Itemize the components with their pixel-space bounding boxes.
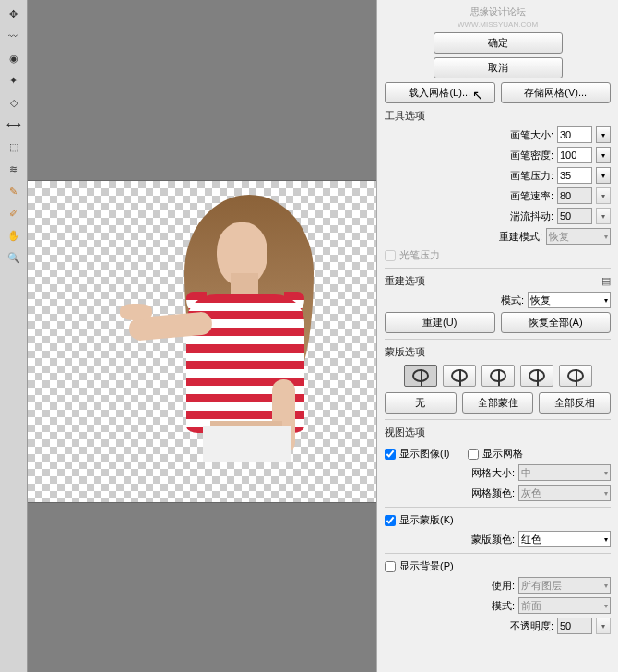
- view-title: 视图选项: [385, 426, 611, 439]
- brush-size-dropdown[interactable]: [596, 126, 611, 143]
- restore-all-button[interactable]: 恢复全部(A): [501, 312, 612, 333]
- mask-replace-icon[interactable]: [404, 365, 437, 387]
- canvas-area: [28, 0, 376, 672]
- tool-options-title: 工具选项: [385, 109, 611, 123]
- opacity-dropdown: [596, 618, 611, 634]
- reconstruct-mode2-label: 模式:: [470, 294, 524, 307]
- opacity-input: [557, 618, 592, 634]
- thaw-tool-icon[interactable]: ✐: [3, 203, 25, 223]
- stylus-pressure-label: 光笔压力: [399, 248, 440, 262]
- mask-all-button[interactable]: 全部蒙住: [462, 392, 534, 414]
- reconstruct-title: 重建选项: [385, 274, 425, 288]
- zoom-tool-icon[interactable]: 🔍: [3, 247, 25, 268]
- warp-tool-icon[interactable]: ✥: [3, 4, 25, 24]
- brush-tool-icon[interactable]: 〰: [3, 26, 25, 46]
- rebuild-button[interactable]: 重建(U): [385, 312, 495, 333]
- mask-invert-icon[interactable]: [559, 365, 592, 387]
- twirl-tool-icon[interactable]: ◉: [3, 48, 25, 68]
- mask-none-button[interactable]: 无: [385, 392, 457, 414]
- show-image-label: 显示图像(I): [399, 447, 449, 461]
- brush-pressure-label: 画笔压力:: [500, 169, 553, 183]
- brush-density-label: 画笔密度:: [500, 149, 553, 162]
- show-mesh-checkbox[interactable]: [468, 449, 479, 460]
- show-bg-label: 显示背景(P): [399, 559, 454, 573]
- brush-rate-dropdown: [596, 187, 611, 204]
- brush-size-label: 画笔大小:: [500, 128, 553, 142]
- brush-pressure-dropdown[interactable]: [596, 167, 611, 184]
- options-panel: 思缘设计论坛 WWW.MISSYUAN.COM 确定 取消 载入网格(L)...…: [376, 0, 618, 672]
- mask-add-icon[interactable]: [443, 365, 476, 387]
- brush-density-input[interactable]: [557, 147, 592, 163]
- canvas-image[interactable]: [28, 180, 376, 503]
- brush-size-input[interactable]: [557, 126, 592, 143]
- mesh-size-select: 中: [518, 464, 611, 481]
- cancel-button[interactable]: 取消: [434, 57, 563, 78]
- mask-invert-button[interactable]: 全部反相: [539, 392, 611, 414]
- mask-intersect-icon[interactable]: [520, 365, 553, 387]
- hand-tool-icon[interactable]: ✋: [3, 225, 25, 246]
- opacity-label: 不透明度:: [500, 619, 553, 633]
- bloat-tool-icon[interactable]: ◇: [3, 92, 25, 113]
- brush-rate-label: 画笔速率:: [500, 189, 553, 203]
- mask-title: 蒙版选项: [385, 345, 611, 359]
- reconstruct-mode-select: 恢复: [546, 228, 611, 245]
- show-bg-checkbox[interactable]: [385, 561, 396, 572]
- show-image-checkbox[interactable]: [385, 449, 396, 460]
- mask-color-select[interactable]: 红色: [518, 531, 611, 547]
- pucker-tool-icon[interactable]: ✦: [3, 70, 25, 90]
- turbulence-dropdown: [596, 208, 611, 224]
- turbulence-input: [557, 208, 592, 224]
- brush-rate-input: [557, 187, 592, 204]
- use-select: 所有图层: [518, 577, 611, 594]
- mask-subtract-icon[interactable]: [481, 365, 515, 387]
- brush-pressure-input[interactable]: [557, 167, 592, 184]
- canvas-gray-top: [28, 0, 376, 180]
- show-mask-checkbox[interactable]: [385, 515, 396, 526]
- bg-mode-label: 模式:: [461, 599, 515, 613]
- ok-button[interactable]: 确定: [434, 32, 563, 54]
- use-label: 使用:: [461, 579, 515, 593]
- mask-color-label: 蒙版颜色:: [461, 533, 515, 546]
- brush-density-dropdown[interactable]: [596, 147, 611, 163]
- subject-figure: [129, 195, 332, 499]
- canvas-gray-bottom: [28, 503, 376, 669]
- reconstruct-menu-icon[interactable]: ▤: [601, 275, 611, 287]
- push-tool-icon[interactable]: ⟷: [3, 114, 25, 135]
- show-mesh-label: 显示网格: [482, 447, 523, 461]
- watermark-title: 思缘设计论坛: [385, 6, 611, 18]
- watermark-url: WWW.MISSYUAN.COM: [385, 20, 611, 29]
- stylus-pressure-checkbox: [385, 250, 396, 261]
- turbulence-label: 湍流抖动:: [500, 210, 553, 223]
- mesh-color-label: 网格颜色:: [461, 486, 515, 500]
- mirror-tool-icon[interactable]: ⬚: [3, 137, 25, 157]
- turbulence-tool-icon[interactable]: ≋: [3, 159, 25, 179]
- mesh-size-label: 网格大小:: [461, 466, 515, 480]
- freeze-tool-icon[interactable]: ✎: [3, 181, 25, 201]
- toolbar: ✥ 〰 ◉ ✦ ◇ ⟷ ⬚ ≋ ✎ ✐ ✋ 🔍: [0, 0, 28, 672]
- reconstruct-mode-label: 重建模式:: [489, 230, 542, 244]
- bg-mode-select: 前面: [518, 597, 611, 614]
- show-mask-label: 显示蒙版(K): [399, 513, 454, 527]
- save-mesh-button[interactable]: 存储网格(V)...: [501, 82, 612, 103]
- load-mesh-button[interactable]: 载入网格(L)...: [385, 82, 495, 103]
- mesh-color-select: 灰色: [518, 485, 611, 501]
- reconstruct-mode2-select[interactable]: 恢复: [528, 292, 611, 308]
